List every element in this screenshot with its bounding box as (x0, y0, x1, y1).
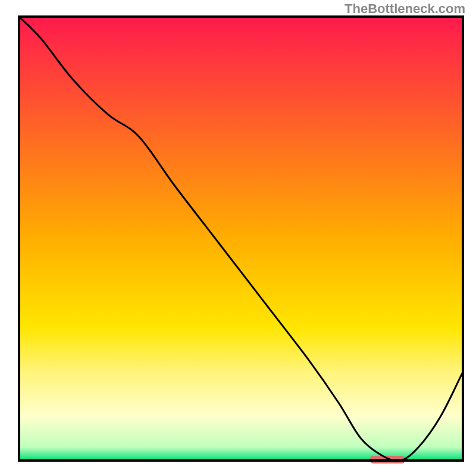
plot-area (19, 17, 463, 464)
chart-container: TheBottleneck.com (0, 0, 476, 476)
plot-background (19, 17, 463, 461)
watermark-text: TheBottleneck.com (345, 1, 465, 17)
chart-svg (0, 0, 476, 476)
